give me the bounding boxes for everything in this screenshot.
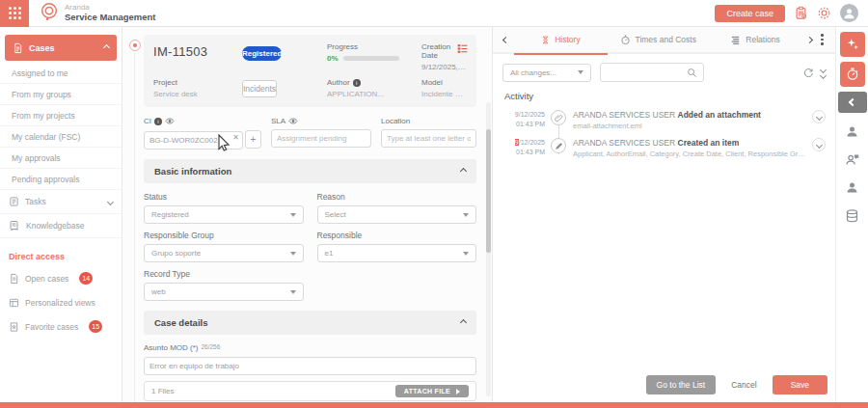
activity-entry: 9/12/2025 01:43 PM ARANDA SERVICES USER … <box>493 136 835 164</box>
reason-select[interactable]: Select <box>317 205 477 224</box>
stopwatch-icon <box>846 68 859 81</box>
sidebar-item-open-cases[interactable]: Open cases 14 <box>0 266 122 290</box>
subject-label: Asunto MOD (*) <box>144 343 198 352</box>
sidebar-item-pending-approvals[interactable]: Pending approvals <box>0 169 122 190</box>
responsible-label: Responsible <box>317 231 477 240</box>
contact-details-button[interactable] <box>845 124 859 139</box>
sidebar-knowledgebase-label: Knowledgebase <box>26 221 85 231</box>
history-search-box[interactable] <box>600 63 704 82</box>
project-label: Project <box>153 78 242 87</box>
attach-file-button[interactable]: ATTACH FILE <box>395 385 469 397</box>
responsible-user-button[interactable] <box>845 180 859 195</box>
tab-times-and-costs[interactable]: Times and Costs <box>610 26 707 53</box>
model-label: Model <box>421 78 467 87</box>
entry-action: Added an attachment <box>678 110 761 120</box>
ci-database-button[interactable] <box>845 208 859 224</box>
expand-all-icon[interactable] <box>821 68 826 78</box>
sidebar-item-assigned-to-me[interactable]: Assigned to me <box>0 63 122 84</box>
content-scrollbar[interactable] <box>486 102 491 396</box>
entry-expand-button[interactable] <box>812 110 826 123</box>
activity-title: Activity <box>493 89 835 108</box>
responsible-select[interactable]: e1 <box>317 244 477 262</box>
location-input[interactable] <box>381 129 476 148</box>
responsible-group-select[interactable]: Grupo soporte <box>144 244 304 262</box>
create-case-button[interactable]: Create case <box>715 5 785 22</box>
left-sidebar: Cases Assigned to me From my groups From… <box>0 27 122 402</box>
personalized-views-icon <box>9 297 19 309</box>
chevron-up-icon <box>103 44 110 51</box>
attach-file-label: ATTACH FILE <box>404 388 450 394</box>
user-avatar[interactable] <box>840 4 858 22</box>
dropdown-arrow-icon <box>290 252 296 256</box>
cancel-button[interactable]: Cancel <box>731 380 756 390</box>
status-select[interactable]: Registered <box>144 205 304 224</box>
sla-input[interactable] <box>271 129 371 148</box>
status-badge: Registered <box>242 46 282 61</box>
activity-list: 9/12/2025 01:43 PM ARANDA SERVICES USER … <box>493 108 835 164</box>
sidebar-cases-header[interactable]: Cases <box>5 35 117 61</box>
incidents-chip[interactable]: Incidents <box>242 80 277 97</box>
sidebar-item-from-my-projects[interactable]: From my projects <box>0 105 122 126</box>
knowledgebase-icon <box>9 220 20 231</box>
pencil-icon <box>551 138 566 153</box>
favorite-cases-icon <box>9 321 19 333</box>
sidebar-item-personalized-views[interactable]: Personalized views <box>0 290 122 314</box>
clear-icon[interactable]: ✕ <box>232 133 239 142</box>
entry-expand-button[interactable] <box>812 138 826 151</box>
timer-button[interactable] <box>840 62 865 87</box>
ai-assistant-button[interactable] <box>840 32 865 57</box>
favorite-cases-badge: 15 <box>89 320 102 333</box>
brand-bottom: Service Management <box>65 13 156 23</box>
top-header: Aranda Service Management Create case <box>0 0 868 27</box>
status-field: Status Registered <box>144 192 304 224</box>
sidebar-item-my-calendar[interactable]: My calendar (FSC) <box>0 126 122 148</box>
case-details-section-header[interactable]: Case details <box>144 311 476 335</box>
chat-with-user-button[interactable] <box>845 152 860 167</box>
sidebar-item-my-approvals[interactable]: My approvals <box>0 148 122 169</box>
apps-grid-button[interactable] <box>0 0 29 27</box>
panel-menu-button[interactable] <box>816 34 828 45</box>
record-type-value: web <box>151 287 166 296</box>
go-to-list-button[interactable]: Go to the List <box>646 375 717 394</box>
ci-input[interactable] <box>144 131 243 150</box>
progress-value: 0% <box>327 54 339 63</box>
subject-input[interactable] <box>144 357 476 375</box>
case-header-card: IM-11503 Registered Progress 0% Creation… <box>144 35 476 107</box>
favorite-cases-label: Favorite cases <box>25 322 78 332</box>
eye-icon <box>288 118 298 124</box>
basic-information-section-header[interactable]: Basic information <box>144 159 476 183</box>
sidebar-item-label: My calendar (FSC) <box>12 132 80 142</box>
basic-information-title: Basic information <box>154 166 231 177</box>
tabs-scroll-right-button[interactable] <box>803 38 816 42</box>
sidebar-item-from-my-groups[interactable]: From my groups <box>0 84 122 105</box>
clipboard-icon[interactable] <box>794 6 808 20</box>
sidebar-item-knowledgebase[interactable]: Knowledgebase <box>0 214 122 238</box>
record-type-select[interactable]: web <box>144 283 304 301</box>
dropdown-arrow-icon <box>463 213 469 217</box>
sidebar-item-label: From my groups <box>12 90 71 99</box>
model-value: Incidente de... <box>421 90 467 98</box>
history-search-input[interactable] <box>607 68 687 77</box>
sidebar-tasks-label: Tasks <box>25 197 46 206</box>
list-view-icon[interactable] <box>456 41 469 59</box>
person-icon <box>845 124 859 139</box>
tab-relations[interactable]: Relations <box>707 26 804 53</box>
save-button[interactable]: Save <box>773 375 827 394</box>
gear-icon[interactable] <box>817 6 831 20</box>
changes-filter-select[interactable]: All changes... <box>502 64 591 82</box>
entry-user: ARANDA SERVICES USER <box>573 138 675 148</box>
add-ci-button[interactable]: + <box>245 130 261 149</box>
record-type-label: Record Type <box>144 269 304 279</box>
tabs-scroll-left-button[interactable] <box>500 38 512 42</box>
collapse-panel-button[interactable] <box>838 92 867 113</box>
tab-history[interactable]: History <box>512 26 610 53</box>
dropdown-arrow-icon <box>290 213 296 217</box>
brand: Aranda Service Management <box>65 3 156 22</box>
sidebar-item-tasks[interactable]: Tasks <box>0 190 122 214</box>
refresh-icon[interactable] <box>802 67 814 78</box>
open-cases-label: Open cases <box>25 274 68 284</box>
panel-tabbar: History Times and Costs Relations <box>493 27 835 54</box>
sidebar-item-favorite-cases[interactable]: Favorite cases 15 <box>0 314 122 339</box>
responsible-group-field: Responsible Group Grupo soporte <box>144 231 304 262</box>
scrollbar-thumb[interactable] <box>486 129 491 253</box>
